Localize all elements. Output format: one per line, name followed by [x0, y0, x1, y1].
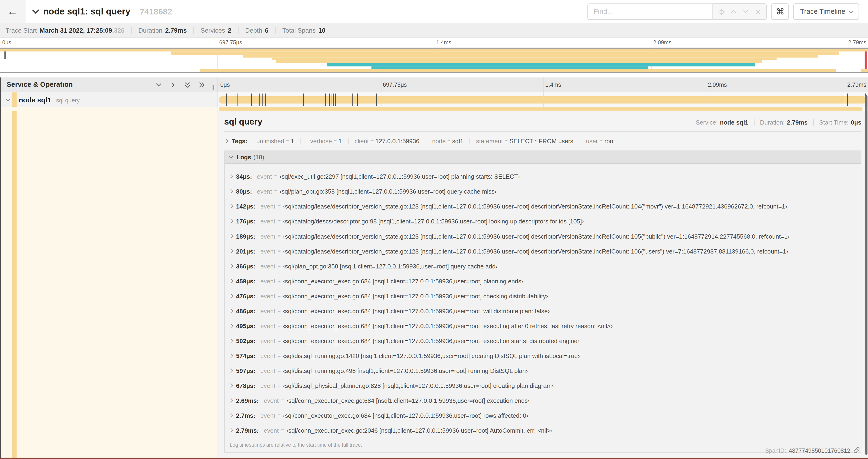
- log-event-mark[interactable]: [265, 94, 266, 106]
- column-resizer-handle[interactable]: [213, 85, 215, 90]
- log-event-mark[interactable]: [357, 94, 358, 106]
- collapse-trace-chevron-icon[interactable]: [32, 7, 39, 14]
- log-event-mark[interactable]: [335, 94, 336, 106]
- detail-left-column: [1, 111, 218, 458]
- minimap-span-bar: [243, 55, 818, 57]
- log-row[interactable]: 176μs:event=‹sql/catalog/descs/descripto…: [225, 214, 861, 229]
- log-row[interactable]: 80μs:event=‹sql/plan_opt.go:358 [nsql1,c…: [225, 184, 861, 199]
- tag-item: user=root: [579, 138, 621, 144]
- log-row[interactable]: 502μs:event=‹sql/conn_executor_exec.go:6…: [225, 333, 861, 348]
- log-time: 678μs:: [236, 382, 255, 389]
- expand-all-icon[interactable]: [198, 81, 205, 88]
- log-row[interactable]: 201μs:event=‹sql/catalog/lease/descripto…: [225, 243, 861, 258]
- log-row[interactable]: 34μs:event=‹sql/exec_util.go:2297 [nsql1…: [225, 169, 861, 184]
- log-row[interactable]: 574μs:event=‹sql/distsql_running.go:1420…: [225, 348, 861, 363]
- log-event-mark[interactable]: [352, 94, 352, 106]
- log-event-mark[interactable]: [262, 94, 263, 106]
- span-detail-row: sql query Service:node sql1Duration:2.79…: [1, 111, 868, 458]
- tick-label: 2.79ms: [847, 81, 866, 88]
- log-field: event: [260, 292, 275, 299]
- log-chevron-right-icon: [228, 324, 232, 328]
- minimap-span-bar: [327, 63, 755, 66]
- log-event-mark[interactable]: [325, 94, 326, 106]
- log-event-mark[interactable]: [847, 94, 848, 106]
- minimap-span-bar: [273, 57, 777, 60]
- tags-row[interactable]: Tags: _unfinished=1_verbose=1client=127.…: [224, 135, 862, 146]
- log-row[interactable]: 495μs:event=‹sql/conn_executor_exec.go:6…: [225, 318, 861, 333]
- log-row[interactable]: 2.79ms:event=‹sql/conn_executor_exec.go:…: [225, 423, 861, 438]
- minimap-canvas[interactable]: [0, 47, 868, 73]
- back-button[interactable]: ←: [0, 0, 25, 23]
- log-event-mark[interactable]: [376, 94, 377, 106]
- span-track[interactable]: [218, 92, 868, 107]
- log-event-mark[interactable]: [331, 94, 332, 106]
- log-value: ‹sql/conn_executor_exec.go:684 [nsql1,cl…: [283, 322, 613, 329]
- find-input[interactable]: [588, 3, 713, 20]
- log-time: 495μs:: [236, 322, 255, 329]
- log-row[interactable]: 2.7ms:event=‹sql/conn_executor_exec.go:6…: [225, 408, 861, 423]
- span-name-cell[interactable]: node sql1 sql query: [1, 92, 218, 107]
- log-value: ‹sql/plan_opt.go:358 [nsql1,client=127.0…: [280, 188, 497, 194]
- collapse-all-icon[interactable]: [184, 81, 191, 88]
- span-id-label: SpanID:: [765, 447, 786, 453]
- logs-header[interactable]: Logs (18): [225, 151, 861, 164]
- log-event-mark[interactable]: [251, 94, 252, 106]
- log-chevron-right-icon: [228, 234, 232, 238]
- span-id-value: 4877749850101760812: [789, 447, 850, 453]
- focus-match-icon[interactable]: [715, 4, 727, 19]
- log-row[interactable]: 678μs:event=‹sql/distsql_physical_planne…: [225, 378, 861, 393]
- log-chevron-right-icon: [228, 219, 232, 223]
- logs-accordion: Logs (18) 34μs:event=‹sql/exec_util.go:2…: [224, 151, 862, 453]
- span-operation-name: sql query: [56, 97, 80, 103]
- collapse-one-icon[interactable]: [155, 81, 162, 88]
- clear-find-icon[interactable]: [752, 4, 764, 19]
- page-title: node sql1: sql query: [43, 6, 130, 16]
- log-row[interactable]: 366μs:event=‹sql/plan_opt.go:358 [nsql1,…: [225, 258, 861, 273]
- log-row[interactable]: 142μs:event=‹sql/catalog/lease/descripto…: [225, 199, 861, 214]
- log-value: ‹sql/conn_executor_exec.go:2046 [nsql1,c…: [286, 427, 553, 433]
- log-chevron-right-icon: [228, 249, 232, 253]
- log-event-mark[interactable]: [226, 94, 227, 106]
- log-field: event: [257, 173, 272, 179]
- back-arrow-icon: ←: [7, 6, 18, 17]
- log-event-mark[interactable]: [329, 94, 330, 106]
- log-event-mark[interactable]: [334, 94, 334, 106]
- log-event-mark[interactable]: [303, 94, 304, 106]
- minimap-scrubber-right[interactable]: [865, 50, 867, 71]
- log-row[interactable]: 2.69ms:event=‹sql/conn_executor_exec.go:…: [225, 393, 861, 408]
- expand-one-icon[interactable]: [169, 81, 177, 88]
- tag-item: _verbose=1: [300, 138, 348, 144]
- deep-link-icon[interactable]: [853, 447, 860, 454]
- detail-meta-item: Service:node sql1: [690, 119, 754, 126]
- span-row[interactable]: node sql1 sql query: [1, 92, 868, 107]
- tag-item: client=127.0.0.1:59936: [348, 138, 425, 144]
- log-row[interactable]: 597μs:event=‹sql/distsql_running.go:498 …: [225, 363, 861, 378]
- prev-match-icon[interactable]: [728, 4, 740, 19]
- next-match-icon[interactable]: [740, 4, 752, 19]
- timeline-gridline: [543, 92, 544, 107]
- span-duration-bar[interactable]: [219, 96, 866, 104]
- command-icon: ⌘: [776, 6, 784, 17]
- vertical-scrollbar[interactable]: [865, 95, 867, 455]
- log-value: ‹sql/conn_executor_exec.go:684 [nsql1,cl…: [283, 412, 528, 418]
- log-chevron-right-icon: [228, 264, 232, 268]
- log-event-mark[interactable]: [237, 94, 238, 106]
- span-detail-panel: sql query Service:node sql1Duration:2.79…: [218, 111, 868, 458]
- log-event-mark[interactable]: [845, 94, 845, 106]
- log-row[interactable]: 476μs:event=‹sql/conn_executor_exec.go:6…: [225, 288, 861, 303]
- log-chevron-right-icon: [228, 308, 232, 313]
- keyboard-shortcuts-button[interactable]: ⌘: [771, 3, 789, 20]
- log-row[interactable]: 486μs:event=‹sql/conn_executor_exec.go:6…: [225, 303, 861, 318]
- log-row[interactable]: 459μs:event=‹sql/conn_executor_exec.go:6…: [225, 273, 861, 288]
- tick-label: 697.75μs: [383, 81, 407, 88]
- log-event-mark[interactable]: [259, 94, 260, 106]
- collapse-span-chevron-icon[interactable]: [5, 96, 10, 101]
- tick-label: 1.4ms: [436, 39, 451, 45]
- logs-label: Logs: [237, 154, 251, 160]
- detail-meta-item: Duration:2.79ms: [754, 119, 814, 126]
- trace-info-item: Duration2.79ms: [132, 27, 194, 33]
- span-id-row: SpanID: 4877749850101760812: [765, 447, 860, 454]
- view-selector-button[interactable]: Trace Timeline: [794, 3, 859, 20]
- view-selector-label: Trace Timeline: [800, 8, 845, 15]
- log-row[interactable]: 189μs:event=‹sql/catalog/lease/descripto…: [225, 229, 861, 243]
